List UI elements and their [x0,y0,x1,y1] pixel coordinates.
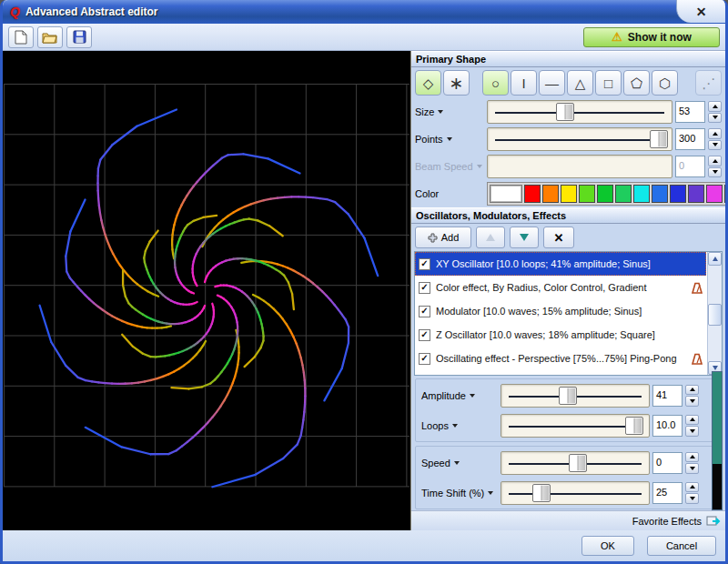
points-value[interactable]: 300 [675,128,705,150]
metronome-icon [692,353,703,365]
amplitude-slider[interactable] [500,384,650,408]
spin-down-button[interactable] [685,426,699,437]
color-swatch[interactable] [524,185,541,203]
effect-list-item[interactable]: ✓Oscillating effect - Perspective [75%..… [415,347,706,370]
effects-list[interactable]: ✓XY Oscillator [10.0 loops; 41% amplitud… [414,251,723,376]
effect-checkbox[interactable]: ✓ [419,258,430,270]
cancel-button[interactable]: Cancel [647,536,716,556]
points-label[interactable]: Points [415,134,484,145]
effect-list-item[interactable]: ✓Color effect, By Radius, Color Control,… [415,276,706,299]
color-swatch[interactable] [706,185,723,203]
loops-spinner[interactable] [685,415,699,437]
loops-slider[interactable] [500,414,650,438]
close-button[interactable]: ✕ [696,5,707,18]
loops-label[interactable]: Loops [421,420,498,431]
spin-up-button[interactable] [708,101,722,112]
spin-up-button[interactable] [685,482,699,493]
delete-effect-button[interactable]: ✕ [543,227,574,248]
scroll-track[interactable] [708,266,722,361]
color-swatch[interactable] [633,185,650,203]
slider-thumb[interactable] [625,417,643,435]
amplitude-spinner[interactable] [685,385,699,407]
time-shift-slider[interactable] [500,481,650,505]
hexagon-shape-button[interactable]: ⬡ [652,70,678,96]
color-swatch[interactable] [652,185,668,203]
favorite-effects-label[interactable]: Favorite Effects [632,516,702,527]
spin-down-button[interactable] [685,396,699,407]
effect-list-item[interactable]: Fading over time, By Point, Fade In + Ou… [415,370,706,376]
effects-rows: ✓XY Oscillator [10.0 loops; 41% amplitud… [415,252,706,376]
favorite-effects-icon[interactable] [706,515,722,528]
slider-thumb[interactable] [650,130,668,148]
spin-up-button[interactable] [685,385,699,396]
color-swatch[interactable] [490,185,522,203]
pentagon-shape-button[interactable]: ⬠ [623,70,650,96]
amplitude-label[interactable]: Amplitude [421,390,498,401]
square-shape-button[interactable]: □ [595,70,622,96]
size-slider[interactable] [487,100,672,124]
spin-up-button[interactable] [708,128,722,139]
color-swatch[interactable] [670,185,686,203]
spin-up-button[interactable] [685,415,699,426]
down-arrow-icon [520,234,529,241]
spin-down-button[interactable] [708,140,722,151]
size-value[interactable]: 53 [675,101,705,123]
points-spinner[interactable] [708,128,722,150]
add-effect-button[interactable]: Add [415,227,471,248]
points-slider[interactable] [487,127,672,151]
move-down-button[interactable] [510,227,539,248]
triangle-icon: △ [575,76,586,90]
spin-down-button[interactable] [685,463,699,474]
slider-thumb[interactable] [556,103,574,121]
spin-down-button[interactable] [685,493,699,504]
color-swatch[interactable] [561,185,577,203]
scroll-up-button[interactable] [708,252,722,266]
vline-shape-button[interactable]: I [511,70,537,96]
ok-button[interactable]: OK [581,536,634,556]
open-button[interactable] [37,26,63,48]
speed-value[interactable]: 0 [652,452,682,474]
loops-value[interactable]: 10.0 [652,415,682,437]
speed-label[interactable]: Speed [421,458,498,468]
color-swatch[interactable] [688,185,704,203]
slider-thumb[interactable] [569,454,587,472]
speed-slider[interactable] [500,451,650,475]
beam-speed-label: Beam Speed [415,161,484,172]
scroll-thumb[interactable] [708,304,722,326]
effect-checkbox[interactable]: ✓ [419,282,430,294]
slider-thumb[interactable] [532,484,551,502]
triangle-shape-button[interactable]: △ [567,70,593,96]
circle-shape-button[interactable]: ○ [482,70,509,96]
spin-down-button[interactable] [708,113,722,124]
save-button[interactable] [66,26,92,48]
effect-list-item[interactable]: ✓XY Oscillator [10.0 loops; 41% amplitud… [415,252,706,276]
color-swatch[interactable] [579,185,595,203]
effect-checkbox[interactable]: ✓ [419,329,430,341]
shape-button-group: ○I—△□⬠⬡ [482,70,678,96]
color-swatch[interactable] [615,185,632,203]
time-shift-spinner[interactable] [685,482,699,504]
color-swatch[interactable] [724,185,728,203]
show-it-now-button[interactable]: ⚠ Show it now [583,27,720,47]
hline-shape-button[interactable]: — [539,70,565,96]
effect-checkbox[interactable]: ✓ [419,306,430,317]
time-shift-label[interactable]: Time Shift (%) [421,488,498,499]
amplitude-value[interactable]: 41 [652,385,682,407]
effect-label: Color effect, By Radius, Color Control, … [436,282,647,293]
new-document-button[interactable] [8,26,34,48]
size-label[interactable]: Size [415,106,484,117]
list-scrollbar[interactable] [707,252,722,375]
effect-list-item[interactable]: ✓Modulator [10.0 waves; 15% amplitude; S… [415,299,706,323]
slider-thumb[interactable] [559,387,577,405]
effect-checkbox[interactable]: ✓ [419,353,430,365]
settings-panel: Primary Shape ◇∗ ○I—△□⬠⬡ ⋰ Size 53 Point… [411,51,725,530]
time-shift-value[interactable]: 25 [652,482,682,504]
diamond-shape-button[interactable]: ◇ [415,70,441,96]
spin-up-button[interactable] [685,452,699,463]
color-swatch[interactable] [542,185,559,203]
color-swatch[interactable] [597,185,613,203]
speed-spinner[interactable] [685,452,699,474]
size-spinner[interactable] [708,101,722,123]
star-shape-button[interactable]: ∗ [443,70,470,96]
effect-list-item[interactable]: ✓Z Oscillator [10.0 waves; 18% amplitude… [415,323,706,347]
